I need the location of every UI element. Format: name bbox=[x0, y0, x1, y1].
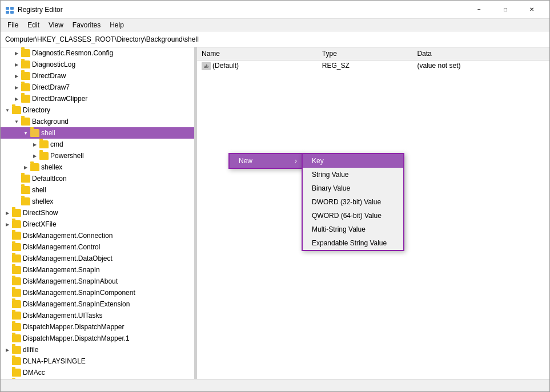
tree-label-shell: shell bbox=[41, 129, 55, 137]
tree-label-dlna: DLNA-PLAYSINGLE bbox=[23, 357, 86, 365]
tree-item-diagnostic-resmon[interactable]: ▶Diagnostic.Resmon.Config bbox=[1, 47, 194, 59]
expand-btn-directxfile[interactable]: ▶ bbox=[3, 220, 12, 229]
menu-edit[interactable]: Edit bbox=[23, 19, 44, 31]
expand-btn-directdraw7[interactable]: ▶ bbox=[12, 83, 21, 92]
svg-rect-3 bbox=[10, 11, 14, 14]
submenu-arrow: › bbox=[295, 157, 297, 165]
tree-item-shellex2[interactable]: shellex bbox=[1, 196, 194, 207]
tree-item-directxfile[interactable]: ▶DirectXFile bbox=[1, 219, 194, 230]
tree-item-diskmanagement-conn[interactable]: DiskManagement.Connection bbox=[1, 230, 194, 241]
expand-btn-dllfile[interactable]: ▶ bbox=[3, 345, 12, 354]
address-bar: Computer\HKEY_CLASSES_ROOT\Directory\Bac… bbox=[1, 31, 549, 47]
tree-item-shell2[interactable]: shell bbox=[1, 184, 194, 196]
new-menu-item[interactable]: New › bbox=[230, 154, 302, 168]
expand-btn-background[interactable]: ▼ bbox=[12, 117, 21, 126]
tree-item-powershell[interactable]: ▶Powershell bbox=[1, 150, 194, 161]
submenu-item-dword-value[interactable]: DWORD (32-bit) Value bbox=[303, 195, 403, 209]
tree-item-dllfile[interactable]: ▶dllfile bbox=[1, 344, 194, 355]
tree-label-directory: Directory bbox=[23, 106, 50, 114]
expand-btn-diskmanagement-ui bbox=[3, 311, 12, 320]
col-type[interactable]: Type bbox=[318, 47, 413, 60]
expand-btn-directdrawclipper[interactable]: ▶ bbox=[12, 94, 21, 103]
submenu-item-key[interactable]: Key bbox=[303, 154, 403, 168]
context-menu-overlay: New › KeyString ValueBinary ValueDWORD (… bbox=[228, 153, 303, 169]
tree-label-directxfile: DirectXFile bbox=[23, 220, 57, 228]
tree-label-diskmanagement-snapcomp: DiskManagement.SnapInComponent bbox=[23, 289, 135, 297]
tree-label-powershell: Powershell bbox=[50, 152, 84, 160]
minimize-button[interactable]: − bbox=[466, 1, 492, 19]
registry-table: Name Type Data ab(Default)REG_SZ(value n… bbox=[197, 47, 549, 71]
folder-icon-directdraw7 bbox=[21, 83, 30, 91]
expand-btn-cmd[interactable]: ▶ bbox=[30, 140, 39, 149]
tree-item-diskmanagement-snap[interactable]: DiskManagement.SnapIn bbox=[1, 264, 194, 276]
tree-label-diagnostic-log: DiagnosticLog bbox=[32, 60, 75, 68]
expand-btn-directory[interactable]: ▼ bbox=[3, 106, 12, 115]
submenu-item-multi-string[interactable]: Multi-String Value bbox=[303, 223, 403, 236]
tree-item-diagnostic-log[interactable]: ▶DiagnosticLog bbox=[1, 59, 194, 70]
tree-label-directshow: DirectShow bbox=[23, 209, 58, 217]
expand-btn-diagnostic-resmon[interactable]: ▶ bbox=[12, 49, 21, 58]
tree-item-diskmanagement-snapabout[interactable]: DiskManagement.SnapInAbout bbox=[1, 276, 194, 287]
tree-label-directdraw: DirectDraw bbox=[32, 72, 66, 80]
expand-btn-directdraw[interactable]: ▶ bbox=[12, 71, 21, 80]
folder-icon-defaulticon bbox=[21, 175, 30, 183]
folder-icon-shell bbox=[30, 129, 39, 137]
tree-item-directdrawclipper[interactable]: ▶DirectDrawClipper bbox=[1, 93, 194, 104]
cell-name: ab(Default) bbox=[197, 60, 318, 71]
folder-icon-dlna bbox=[12, 357, 21, 365]
address-path[interactable]: Computer\HKEY_CLASSES_ROOT\Directory\Bac… bbox=[5, 35, 199, 43]
folder-icon-diskmanagement-snapabout bbox=[12, 277, 21, 285]
tree-item-shellex[interactable]: ▶shellex bbox=[1, 161, 194, 173]
tree-label-dmacc: DMAcc bbox=[23, 369, 45, 377]
tree-label-shellex: shellex bbox=[41, 163, 62, 171]
expand-btn-powershell[interactable]: ▶ bbox=[30, 151, 39, 160]
submenu: KeyString ValueBinary ValueDWORD (32-bit… bbox=[302, 153, 404, 251]
menu-view[interactable]: View bbox=[44, 19, 68, 31]
tree-item-directory[interactable]: ▼Directory bbox=[1, 104, 194, 116]
tree-label-background: Background bbox=[32, 118, 69, 126]
tree-item-dmacc[interactable]: DMAcc bbox=[1, 367, 194, 378]
expand-btn-shellex[interactable]: ▶ bbox=[21, 163, 30, 172]
tree-item-diskmanagement-snapext[interactable]: DiskManagement.SnapInExtension bbox=[1, 298, 194, 310]
tree-item-diskmanagement-snapcomp[interactable]: DiskManagement.SnapInComponent bbox=[1, 287, 194, 298]
tree-item-diskmanagement-data[interactable]: DiskManagement.DataObject bbox=[1, 253, 194, 264]
submenu-item-string-value[interactable]: String Value bbox=[303, 168, 403, 181]
tree-item-diskmanagement-ctrl[interactable]: DiskManagement.Control bbox=[1, 241, 194, 253]
tree-item-directdraw7[interactable]: ▶DirectDraw7 bbox=[1, 82, 194, 93]
close-button[interactable]: ✕ bbox=[519, 1, 545, 19]
tree-item-directshow[interactable]: ▶DirectShow bbox=[1, 207, 194, 219]
expand-btn-shell[interactable]: ▼ bbox=[21, 128, 30, 138]
tree-item-diskmanagement-ui[interactable]: DiskManagement.UITasks bbox=[1, 310, 194, 321]
menu-file[interactable]: File bbox=[3, 19, 23, 31]
expand-btn-diagnostic-log[interactable]: ▶ bbox=[12, 60, 21, 69]
menu-favorites[interactable]: Favorites bbox=[68, 19, 105, 31]
submenu-item-qword-value[interactable]: QWORD (64-bit) Value bbox=[303, 209, 403, 223]
table-row[interactable]: ab(Default)REG_SZ(value not set) bbox=[197, 60, 549, 71]
tree-item-background[interactable]: ▼Background bbox=[1, 116, 194, 127]
folder-icon-dmacc bbox=[12, 369, 21, 377]
expand-btn-directshow[interactable]: ▶ bbox=[3, 208, 12, 217]
tree-label-diskmanagement-conn: DiskManagement.Connection bbox=[23, 232, 113, 240]
tree-item-dispatchmapper[interactable]: DispatchMapper.DispatchMapper bbox=[1, 321, 194, 333]
value-name: (Default) bbox=[212, 62, 239, 70]
tree-item-defaulticon[interactable]: DefaultIcon bbox=[1, 173, 194, 184]
tree-label-diskmanagement-snapext: DiskManagement.SnapInExtension bbox=[23, 300, 130, 308]
tree-item-directdraw[interactable]: ▶DirectDraw bbox=[1, 70, 194, 82]
tree-label-dispatchmapper: DispatchMapper.DispatchMapper bbox=[23, 323, 124, 331]
folder-icon-diskmanagement-snapext bbox=[12, 300, 21, 308]
col-name[interactable]: Name bbox=[197, 47, 318, 60]
tree-item-dlna[interactable]: DLNA-PLAYSINGLE bbox=[1, 355, 194, 367]
submenu-item-binary-value[interactable]: Binary Value bbox=[303, 181, 403, 195]
svg-rect-1 bbox=[10, 7, 14, 10]
tree-item-dispatchmapper1[interactable]: DispatchMapper.DispatchMapper.1 bbox=[1, 333, 194, 344]
tree-item-shell[interactable]: ▼shell bbox=[1, 127, 194, 139]
maximize-button[interactable]: □ bbox=[492, 1, 519, 19]
tree-label-directdraw7: DirectDraw7 bbox=[32, 83, 70, 91]
registry-editor-window: Registry Editor − □ ✕ File Edit View Fav… bbox=[0, 0, 550, 392]
folder-icon-directxfile bbox=[12, 220, 21, 228]
submenu-item-expandable-string[interactable]: Expandable String Value bbox=[303, 236, 403, 250]
tree-item-cmd[interactable]: ▶cmd bbox=[1, 139, 194, 150]
col-data[interactable]: Data bbox=[412, 47, 549, 60]
menu-help[interactable]: Help bbox=[105, 19, 129, 31]
expand-btn-diskmanagement-snapabout bbox=[3, 277, 12, 286]
